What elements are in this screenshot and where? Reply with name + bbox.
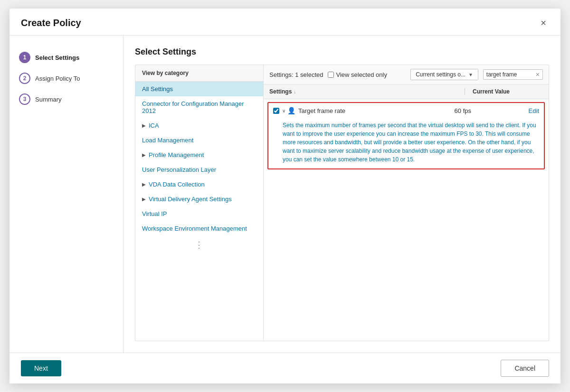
main-content: Select Settings View by category All Set… — [124, 36, 560, 353]
step-label-3: Summary — [35, 96, 62, 103]
search-clear-icon[interactable]: × — [536, 71, 540, 78]
category-label-ica: ICA — [149, 122, 159, 129]
view-selected-label[interactable]: View selected only — [328, 71, 387, 78]
category-user-personalization-layer[interactable]: User Personalization Layer — [135, 162, 263, 177]
category-label-connector: Connector for Configuration Manager 2012 — [142, 100, 256, 114]
step-circle-2: 2 — [19, 73, 30, 84]
dialog-body: 1 Select Settings 2 Assign Policy To 3 S… — [10, 36, 560, 353]
settings-layout: View by category All Settings Connector … — [135, 65, 549, 341]
category-vda-data-collection[interactable]: ▶ VDA Data Collection — [135, 177, 263, 192]
dialog-title: Create Policy — [21, 18, 81, 28]
category-label-virtual-delivery: Virtual Delivery Agent Settings — [149, 196, 232, 203]
category-connector-cm2012[interactable]: Connector for Configuration Manager 2012 — [135, 96, 263, 118]
current-settings-dropdown[interactable]: Current settings o... ▼ — [410, 69, 478, 80]
user-icon: 👤 — [287, 107, 295, 114]
setting-row-main: ∨ 👤 Target frame rate 60 fps Edit — [268, 103, 544, 118]
setting-row-target-frame-rate: ∨ 👤 Target frame rate 60 fps Edit Sets t… — [267, 102, 545, 169]
category-virtual-ip[interactable]: Virtual IP — [135, 206, 263, 221]
settings-table: ∨ 👤 Target frame rate 60 fps Edit Sets t… — [264, 99, 549, 341]
category-workspace-env-mgmt[interactable]: Workspace Environment Management — [135, 221, 263, 236]
step-label-1: Select Settings — [35, 54, 79, 61]
row-expand-icon[interactable]: ∨ — [282, 108, 285, 113]
sort-icon: ↓ — [294, 89, 296, 94]
category-ica[interactable]: ▶ ICA — [135, 118, 263, 133]
cancel-button[interactable]: Cancel — [501, 360, 549, 377]
category-load-management[interactable]: Load Management — [135, 133, 263, 148]
expand-arrow-vda: ▶ — [142, 182, 146, 187]
step-circle-3: 3 — [19, 93, 30, 105]
close-button[interactable]: × — [538, 17, 549, 28]
table-header: Settings ↓ Current Value — [264, 84, 549, 99]
dialog-header: Create Policy × — [10, 9, 560, 36]
settings-count: Settings: 1 selected — [269, 71, 323, 78]
dropdown-arrow-icon: ▼ — [468, 72, 473, 77]
view-selected-checkbox[interactable] — [328, 72, 334, 78]
category-all-settings[interactable]: All Settings — [135, 82, 263, 96]
create-policy-dialog: Create Policy × 1 Select Settings 2 Assi… — [10, 9, 560, 383]
category-label-all-settings: All Settings — [142, 85, 173, 93]
category-virtual-delivery-agent[interactable]: ▶ Virtual Delivery Agent Settings — [135, 192, 263, 206]
section-title: Select Settings — [135, 47, 549, 57]
category-label-workspace: Workspace Environment Management — [142, 225, 247, 232]
settings-toolbar: Settings: 1 selected View selected only … — [264, 65, 549, 84]
category-label-user-personalization: User Personalization Layer — [142, 166, 216, 173]
step-label-2: Assign Policy To — [35, 75, 80, 82]
category-label-profile-mgmt: Profile Management — [149, 151, 204, 159]
next-button[interactable]: Next — [21, 360, 61, 376]
category-label-vda: VDA Data Collection — [149, 181, 205, 188]
dropdown-label: Current settings o... — [416, 71, 466, 78]
category-dots: ⋮ — [135, 236, 263, 254]
setting-description: Sets the maximum number of frames per se… — [268, 118, 544, 168]
col-settings-header: Settings ↓ — [269, 88, 463, 95]
setting-name: Target frame rate — [298, 107, 449, 114]
search-input[interactable] — [486, 71, 534, 78]
setting-value: 60 fps — [449, 107, 525, 114]
category-panel: View by category All Settings Connector … — [135, 65, 264, 341]
col-divider — [465, 88, 465, 95]
edit-link[interactable]: Edit — [529, 107, 539, 114]
step-circle-1: 1 — [19, 52, 30, 63]
expand-arrow-vda-settings: ▶ — [142, 196, 146, 202]
category-profile-management[interactable]: ▶ Profile Management — [135, 148, 263, 162]
expand-arrow-profile: ▶ — [142, 152, 146, 158]
search-box: × — [483, 69, 543, 80]
step-assign-policy-to[interactable]: 2 Assign Policy To — [10, 68, 123, 89]
dialog-footer: Next Cancel — [10, 353, 560, 383]
wizard-steps: 1 Select Settings 2 Assign Policy To 3 S… — [10, 36, 124, 353]
setting-checkbox[interactable] — [273, 108, 279, 114]
expand-arrow-ica: ▶ — [142, 123, 146, 128]
col-value-header: Current Value — [467, 88, 543, 95]
step-summary[interactable]: 3 Summary — [10, 89, 123, 110]
step-select-settings[interactable]: 1 Select Settings — [10, 47, 123, 68]
category-header: View by category — [135, 65, 263, 82]
category-label-virtual-ip: Virtual IP — [142, 210, 167, 217]
category-label-load-mgmt: Load Management — [142, 137, 193, 144]
settings-panel: Settings: 1 selected View selected only … — [264, 65, 549, 341]
